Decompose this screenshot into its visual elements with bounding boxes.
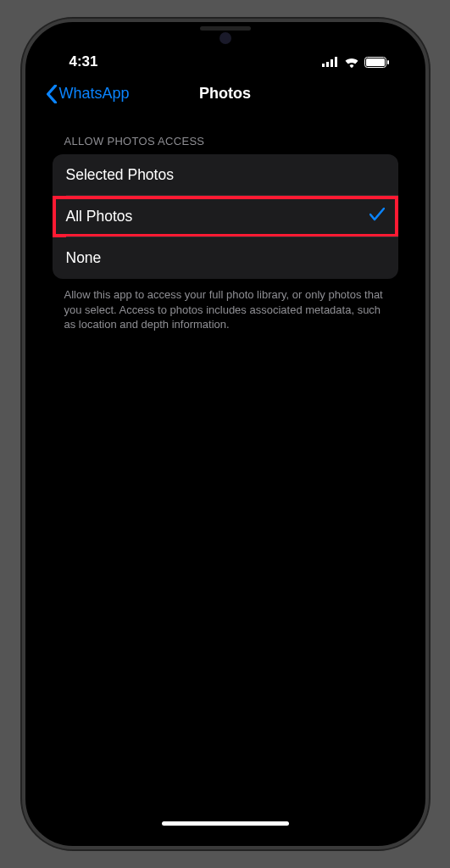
volume-down (22, 298, 25, 348)
chevron-left-icon (46, 85, 58, 103)
home-indicator[interactable] (162, 821, 289, 826)
front-camera (219, 32, 231, 44)
status-time: 4:31 (69, 53, 98, 70)
page-title: Photos (199, 85, 251, 103)
section-footer: Allow this app to access your full photo… (53, 279, 398, 332)
battery-icon (364, 57, 390, 68)
option-label: All Photos (66, 208, 133, 225)
svg-rect-7 (387, 60, 389, 64)
nav-bar: WhatsApp Photos (37, 76, 414, 114)
svg-rect-2 (331, 59, 333, 67)
option-label: None (66, 249, 102, 267)
wifi-icon (344, 57, 359, 68)
svg-rect-6 (366, 58, 385, 66)
checkmark-icon (369, 208, 385, 225)
power-button (425, 251, 429, 327)
option-none[interactable]: None (53, 237, 398, 279)
screen: 4:31 WhatsApp Photos ALLOW PHOTOS ACCESS… (37, 34, 414, 834)
back-label: WhatsApp (59, 85, 130, 103)
phone-frame: 4:31 WhatsApp Photos ALLOW PHOTOS ACCESS… (22, 19, 429, 849)
speaker (200, 26, 251, 31)
svg-point-4 (350, 64, 353, 67)
svg-rect-1 (326, 62, 329, 67)
option-all-photos[interactable]: All Photos (53, 196, 398, 237)
options-list: Selected Photos All Photos None (53, 154, 398, 279)
mute-switch (22, 175, 25, 203)
back-button[interactable]: WhatsApp (46, 85, 130, 103)
cellular-icon (322, 57, 339, 67)
status-icons (322, 57, 390, 68)
svg-rect-3 (335, 57, 337, 67)
option-label: Selected Photos (66, 166, 174, 184)
content: ALLOW PHOTOS ACCESS Selected Photos All … (37, 114, 414, 332)
section-header: ALLOW PHOTOS ACCESS (53, 135, 398, 154)
svg-rect-0 (322, 64, 325, 67)
option-selected-photos[interactable]: Selected Photos (53, 154, 398, 196)
volume-up (22, 234, 25, 285)
